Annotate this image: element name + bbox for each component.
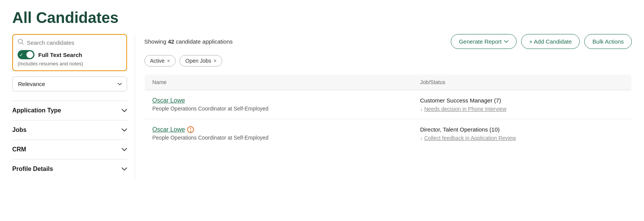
candidate-name-link-1[interactable]: Oscar Lowe [152,97,405,104]
add-candidate-button[interactable]: + Add Candidate [521,34,580,49]
main-layout: ✓ Full Text Search (Includes resumes and… [12,34,632,179]
open-jobs-filter-label: Open Jobs [185,58,211,64]
filter-crm-label: CRM [12,146,26,153]
relevance-select[interactable]: Relevance [12,76,127,91]
full-text-toggle[interactable]: ✓ [18,50,34,59]
chevron-down-icon-report [504,39,509,44]
filter-application-type-label: Application Type [12,107,61,114]
table-header: Name Job/Status [145,75,632,90]
generate-report-label: Generate Report [459,38,502,45]
add-candidate-label: + Add Candidate [529,38,572,45]
candidate-name-link-2[interactable]: Oscar Lowe ! [152,126,405,133]
filter-chip-open-jobs[interactable]: Open Jobs × [179,55,222,67]
job-status-2: ↓ Collect feedback in Application Review [420,135,624,141]
generate-report-button[interactable]: Generate Report [451,34,517,49]
showing-text: Showing 42 candidate applications [144,38,233,45]
header-buttons: Generate Report + Add Candidate Bulk Act… [451,34,632,49]
search-box-wrapper: ✓ Full Text Search (Includes resumes and… [12,34,127,71]
candidate-subtitle-1: People Operations Coordinator at Self-Em… [152,106,405,112]
candidates-table: Name Job/Status Oscar Lowe People Operat… [144,74,632,148]
full-text-toggle-row: ✓ Full Text Search [18,50,122,59]
arrow-down-icon-1: ↓ [420,106,423,112]
candidate-subtitle-2: People Operations Coordinator at Self-Em… [152,135,405,141]
search-icon [18,39,24,46]
candidate-name-text-2: Oscar Lowe [152,126,185,133]
job-title-1: Customer Success Manager (7) [420,97,624,104]
chevron-down-icon [122,107,127,114]
close-icon-open-jobs[interactable]: × [214,58,217,63]
chevron-down-icon-crm [122,146,127,153]
active-filters: Active × Open Jobs × [144,55,632,67]
column-name: Name [145,75,412,90]
filter-jobs-label: Jobs [12,127,26,133]
job-status-link-1[interactable]: Needs decision in Phone Interview [424,106,507,112]
bulk-actions-button[interactable]: Bulk Actions [584,34,632,49]
candidate-name-cell-2: Oscar Lowe ! People Operations Coordinat… [145,119,412,148]
filter-section-application-type[interactable]: Application Type [12,101,127,120]
content-header: Showing 42 candidate applications Genera… [144,34,632,49]
filter-section-jobs[interactable]: Jobs [12,120,127,140]
svg-line-1 [22,43,23,44]
active-filter-label: Active [150,58,165,64]
search-input-row [18,39,122,46]
filter-section-crm[interactable]: CRM [12,140,127,159]
bulk-actions-label: Bulk Actions [592,38,624,45]
candidate-job-cell-1: Customer Success Manager (7) ↓ Needs dec… [412,90,632,119]
filter-profile-details-label: Profile Details [12,166,53,172]
main-content: Showing 42 candidate applications Genera… [135,34,632,179]
chevron-down-icon-jobs [122,127,127,133]
table-body: Oscar Lowe People Operations Coordinator… [145,90,632,148]
close-icon-active[interactable]: × [167,58,170,63]
includes-note: (Includes resumes and notes) [18,61,122,67]
toggle-knob [26,51,33,58]
full-text-label: Full Text Search [38,52,82,58]
candidate-name-text-1: Oscar Lowe [152,97,185,104]
search-input[interactable] [27,39,122,46]
job-title-2: Director, Talent Operations (10) [420,126,624,133]
toggle-check-icon: ✓ [19,52,23,57]
filter-chip-active[interactable]: Active × [144,55,176,67]
page-title: All Candidates [12,9,632,26]
candidate-job-cell-2: Director, Talent Operations (10) ↓ Colle… [412,119,632,148]
sidebar: ✓ Full Text Search (Includes resumes and… [12,34,135,179]
warning-icon: ! [187,126,194,133]
column-job-status: Job/Status [412,75,632,90]
job-status-1: ↓ Needs decision in Phone Interview [420,106,624,112]
filter-section-profile-details[interactable]: Profile Details [12,159,127,179]
table-row: Oscar Lowe ! People Operations Coordinat… [145,119,632,148]
page-wrapper: All Candidates ✓ [0,0,644,179]
showing-suffix: candidate applications [174,38,233,45]
job-status-link-2[interactable]: Collect feedback in Application Review [424,135,516,141]
arrow-down-icon-2: ↓ [420,135,423,141]
candidate-name-cell: Oscar Lowe People Operations Coordinator… [145,90,412,119]
candidate-count: 42 [168,38,174,45]
table-row: Oscar Lowe People Operations Coordinator… [145,90,632,119]
chevron-down-icon-profile [122,166,127,172]
